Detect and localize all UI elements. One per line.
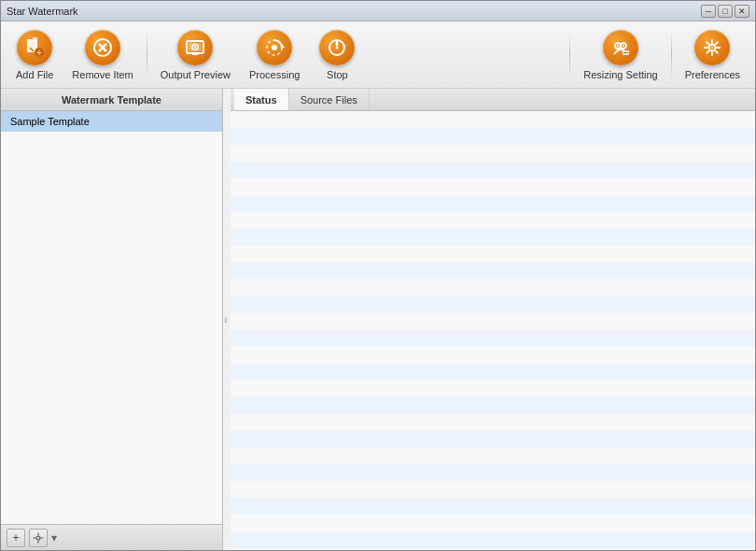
preferences-button[interactable]: Preferences xyxy=(676,26,749,84)
svg-point-22 xyxy=(623,45,624,47)
watermark-template-header: Watermark Template xyxy=(1,89,222,111)
resize-handle[interactable]: ··· xyxy=(223,89,231,550)
minimize-button[interactable]: ─ xyxy=(701,5,716,18)
remove-item-icon xyxy=(85,30,120,65)
processing-button[interactable]: Processing xyxy=(240,26,309,84)
template-item[interactable]: Sample Template xyxy=(1,111,222,132)
add-file-label: Add File xyxy=(16,69,53,80)
left-panel: Watermark Template Sample Template + xyxy=(1,89,223,550)
window-controls: ─ □ ✕ xyxy=(701,5,749,18)
stop-icon xyxy=(319,30,355,65)
svg-line-32 xyxy=(716,50,718,52)
svg-rect-1 xyxy=(33,37,37,42)
resizing-setting-icon xyxy=(603,30,638,65)
content-area: Watermark Template Sample Template + xyxy=(1,89,755,550)
preferences-icon xyxy=(694,30,730,65)
template-list: Sample Template xyxy=(1,111,222,524)
right-panel: Status Source Files xyxy=(231,89,755,550)
main-window: Star Watermark ─ □ ✕ + Add File xyxy=(0,0,756,551)
svg-point-15 xyxy=(272,45,277,50)
tab-source-files[interactable]: Source Files xyxy=(289,89,370,110)
maximize-button[interactable]: □ xyxy=(718,5,733,18)
stop-label: Stop xyxy=(327,69,348,80)
processing-icon xyxy=(257,30,292,65)
svg-text:+: + xyxy=(36,48,42,58)
svg-point-21 xyxy=(617,45,619,47)
close-button[interactable]: ✕ xyxy=(735,5,749,18)
output-preview-button[interactable]: Output Preview xyxy=(151,26,240,84)
processing-label: Processing xyxy=(249,69,300,80)
svg-point-26 xyxy=(711,47,713,49)
resizing-setting-button[interactable]: Resizing Setting xyxy=(574,26,667,84)
title-bar: Star Watermark ─ □ ✕ xyxy=(1,1,755,21)
separator-3 xyxy=(671,32,672,78)
add-template-button[interactable]: + xyxy=(7,529,25,547)
left-panel-footer: + ▾ xyxy=(1,524,222,550)
preferences-label: Preferences xyxy=(685,69,740,80)
svg-point-18 xyxy=(336,46,339,49)
add-file-button[interactable]: + Add File xyxy=(7,26,63,84)
svg-marker-14 xyxy=(282,44,285,48)
toolbar: + Add File Remove Item xyxy=(1,21,755,89)
svg-line-34 xyxy=(707,50,709,52)
svg-line-31 xyxy=(707,42,709,44)
tabs-bar: Status Source Files xyxy=(231,89,755,111)
svg-point-35 xyxy=(36,536,40,540)
right-panel-content xyxy=(231,111,755,550)
settings-button[interactable] xyxy=(29,529,48,547)
remove-item-button[interactable]: Remove Item xyxy=(63,26,142,84)
separator-2 xyxy=(569,32,570,78)
svg-line-33 xyxy=(716,42,718,44)
output-preview-label: Output Preview xyxy=(161,69,231,80)
tab-status[interactable]: Status xyxy=(234,89,289,110)
remove-item-label: Remove Item xyxy=(72,69,133,80)
stop-button[interactable]: Stop xyxy=(309,26,365,84)
add-file-icon: + xyxy=(17,30,52,65)
svg-point-11 xyxy=(194,46,196,48)
more-button[interactable]: ▾ xyxy=(51,532,57,544)
separator-1 xyxy=(147,32,147,78)
output-preview-icon xyxy=(177,30,213,65)
resizing-setting-label: Resizing Setting xyxy=(583,69,658,80)
window-title: Star Watermark xyxy=(7,6,78,17)
